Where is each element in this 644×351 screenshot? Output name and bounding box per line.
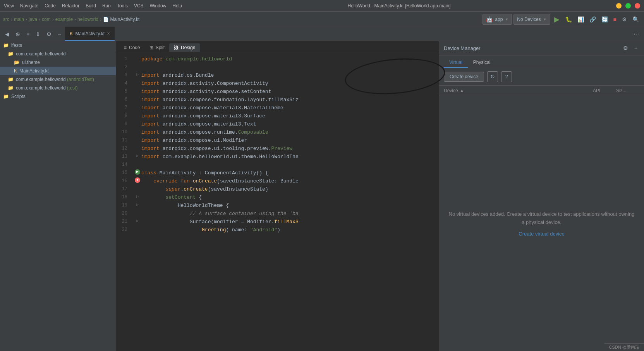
indent-button[interactable]: ≡	[24, 30, 31, 38]
sidebar-item-test[interactable]: 📁 com.example.helloworld (test)	[0, 84, 116, 92]
line-content-10: import androidx.compose.runtime.Composab…	[141, 129, 439, 137]
title-bar: View Navigate Code Refactor Build Run To…	[0, 0, 644, 12]
sidebar-item-com-example[interactable]: 📁 com.example.helloworld	[0, 50, 116, 58]
dm-tab-virtual[interactable]: Virtual	[444, 58, 468, 68]
view-tab-split[interactable]: ⊞ Split	[145, 43, 169, 52]
menu-code[interactable]: Code	[45, 3, 56, 9]
menu-build[interactable]: Build	[86, 3, 96, 9]
sidebar-label-test: com.example.helloworld (test)	[16, 85, 77, 91]
line-num-6: 6	[116, 96, 134, 103]
breadcrumb-mainactivity[interactable]: 📄 MainActivity.kt	[103, 17, 139, 22]
view-tab-code[interactable]: ≡ Code	[119, 43, 145, 52]
line-num-8: 8	[116, 112, 134, 120]
line-num-20: 20	[116, 210, 134, 217]
code-line-5: 5 import androidx.activity.compose.setCo…	[116, 88, 439, 96]
gutter-15[interactable]: ▶	[134, 169, 141, 175]
gutter-18: ▷	[134, 194, 141, 200]
device-manager-refresh-button[interactable]: ↻	[487, 71, 498, 82]
file-tabs: K MainActivity.kt ✕	[65, 27, 115, 41]
expand-button[interactable]: ⊕	[14, 30, 22, 38]
minimize-button[interactable]	[616, 3, 622, 9]
debug-button[interactable]: 🐛	[563, 15, 574, 23]
dm-tab-physical[interactable]: Physical	[468, 58, 496, 68]
line-num-21: 21	[116, 218, 134, 225]
gear-tab-button[interactable]: ⚙	[45, 30, 53, 38]
device-col-label: Device	[444, 88, 458, 93]
device-manager-empty-state: No virtual devices added. Create a virtu…	[439, 96, 644, 351]
line-num-2: 2	[116, 64, 134, 71]
gutter-21: ▷	[134, 218, 141, 224]
device-manager-close-button[interactable]: −	[632, 44, 639, 52]
line-content-7: import androidx.compose.material3.Materi…	[141, 104, 439, 112]
empty-message: No virtual devices added. Create a virtu…	[447, 210, 636, 227]
line-content-22: Greeting( name: "Android")	[141, 226, 439, 234]
run-gutter-icon[interactable]: ▶	[135, 169, 140, 175]
fold-button[interactable]: ⇕	[34, 30, 42, 38]
more-options-button[interactable]: ⋯	[632, 30, 641, 38]
device-manager-title: Device Manager	[444, 45, 481, 51]
sidebar-label-android-test: com.example.helloworld (androidTest)	[16, 77, 94, 82]
breadcrumb-src[interactable]: src	[3, 17, 9, 22]
menu-navigate[interactable]: Navigate	[20, 3, 38, 9]
search-button[interactable]: 🔍	[630, 15, 641, 23]
profile-button[interactable]: 📊	[575, 15, 586, 23]
breakpoint-icon[interactable]: ●	[135, 177, 140, 183]
menu-tools[interactable]: Tools	[117, 3, 128, 9]
settings-button[interactable]: ⚙	[620, 15, 629, 23]
sidebar-item-scripts[interactable]: 📁 Scripts	[0, 92, 116, 101]
run-button[interactable]: ▶	[552, 15, 562, 24]
menu-help[interactable]: Help	[172, 3, 182, 9]
line-num-22: 22	[116, 226, 134, 234]
line-num-5: 5	[116, 88, 134, 95]
maximize-button[interactable]	[625, 3, 631, 9]
back-button[interactable]: ◀	[3, 30, 11, 38]
breadcrumb-com[interactable]: com	[42, 17, 51, 22]
attach-debugger-button[interactable]: 🔗	[587, 15, 598, 23]
sidebar-label-ui-theme: ui.theme	[22, 60, 40, 65]
line-num-12: 12	[116, 145, 134, 152]
device-col-header[interactable]: Device ▲	[444, 88, 593, 93]
code-line-18: 18 ▷ setContent {	[116, 194, 439, 202]
menu-vcs[interactable]: VCS	[134, 3, 144, 9]
line-content-16: override fun onCreate(savedInstanceState…	[141, 177, 439, 186]
status-text: CSDN @爱南瑞	[609, 345, 639, 349]
line-content-2	[141, 64, 439, 72]
sidebar-item-mainactivity[interactable]: K MainActivity.kt	[0, 67, 116, 75]
sidebar-item-android-test[interactable]: 📁 com.example.helloworld (androidTest)	[0, 75, 116, 84]
line-content-20: // A surface container using the 'ba	[141, 210, 439, 218]
device-manager-help-button[interactable]: ?	[501, 71, 512, 82]
menu-view[interactable]: View	[4, 3, 14, 9]
no-devices-button[interactable]: 🤖 app ▼	[483, 14, 512, 25]
create-device-button[interactable]: Create device	[444, 72, 484, 82]
stop-button[interactable]: ■	[611, 15, 618, 23]
breadcrumb-example[interactable]: example	[55, 17, 73, 22]
line-content-3: import android.os.Bundle	[141, 72, 439, 80]
breadcrumb-main[interactable]: main	[14, 17, 24, 22]
breadcrumb-sep-4: ›	[52, 17, 54, 22]
minus-button[interactable]: −	[56, 30, 63, 38]
menu-run[interactable]: Run	[102, 3, 111, 9]
tab-mainactivity[interactable]: K MainActivity.kt ✕	[65, 27, 115, 41]
menu-window[interactable]: Window	[150, 3, 167, 9]
code-line-12: 12 import androidx.compose.ui.tooling.pr…	[116, 145, 439, 153]
gutter-16[interactable]: ●	[134, 177, 141, 183]
tab-close-icon[interactable]: ✕	[107, 31, 110, 36]
device-manager-settings-button[interactable]: ⚙	[621, 44, 630, 52]
sync-button[interactable]: 🔄	[599, 15, 610, 23]
create-virtual-device-link[interactable]: Create virtual device	[519, 231, 565, 237]
breadcrumb-java[interactable]: java	[29, 17, 37, 22]
close-button[interactable]	[635, 3, 640, 9]
line-num-19: 19	[116, 202, 134, 209]
no-devices-dropdown[interactable]: No Devices ▼	[513, 14, 550, 25]
sidebar-item-manifests[interactable]: 📁 ifests	[0, 41, 116, 50]
sidebar-item-ui-theme[interactable]: 📂 ui.theme	[0, 58, 116, 67]
gutter-19: ▷	[134, 202, 141, 208]
code-line-20: 20 // A surface container using the 'ba	[116, 210, 439, 218]
device-manager-tabs: Virtual Physical	[439, 55, 644, 68]
code-editor[interactable]: 1 package com.example.helloworld 2 3 ▷ i…	[116, 52, 439, 351]
breadcrumb-helloworld[interactable]: helloworld	[77, 17, 98, 22]
editor-view-tabs: ≡ Code ⊞ Split 🖼 Design	[116, 41, 439, 52]
menu-refactor[interactable]: Refactor	[62, 3, 79, 9]
line-num-3: 3	[116, 72, 134, 79]
view-tab-design[interactable]: 🖼 Design	[169, 43, 200, 52]
